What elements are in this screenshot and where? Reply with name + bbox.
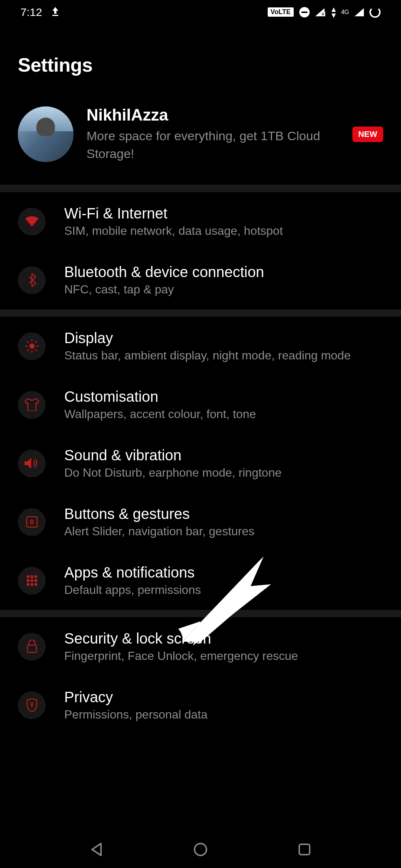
section-divider xyxy=(0,185,401,192)
svg-line-6 xyxy=(35,349,37,351)
header: Settings xyxy=(0,24,401,91)
upload-icon xyxy=(51,6,59,19)
navigation-bar xyxy=(0,831,401,868)
item-subtitle: Permissions, personal data xyxy=(64,708,383,721)
item-title: Privacy xyxy=(64,689,383,706)
item-subtitle: Wallpapers, accent colour, font, tone xyxy=(64,407,383,421)
new-badge: NEW xyxy=(352,126,383,142)
bluetooth-icon xyxy=(18,266,46,294)
item-subtitle: SIM, mobile network, data usage, hotspot xyxy=(64,224,383,238)
button-icon: B xyxy=(18,508,46,536)
item-subtitle: Status bar, ambient display, night mode,… xyxy=(64,349,383,362)
svg-rect-16 xyxy=(35,579,37,582)
item-text: Privacy Permissions, personal data xyxy=(64,689,383,721)
settings-item-wifi[interactable]: Wi-Fi & Internet SIM, mobile network, da… xyxy=(0,192,401,251)
nav-home-button[interactable] xyxy=(191,840,210,859)
data-arrows-icon: ▲▼ xyxy=(330,6,338,18)
item-subtitle: Do Not Disturb, earphone mode, ringtone xyxy=(64,466,383,480)
item-subtitle: Alert Slider, navigation bar, gestures xyxy=(64,525,383,538)
profile-text: NikhilAzza More space for everything, ge… xyxy=(87,106,334,162)
nav-back-button[interactable] xyxy=(87,840,106,859)
settings-item-bluetooth[interactable]: Bluetooth & device connection NFC, cast,… xyxy=(0,251,401,309)
item-text: Display Status bar, ambient display, nig… xyxy=(64,330,383,362)
item-title: Apps & notifications xyxy=(64,564,383,581)
settings-item-customisation[interactable]: Customisation Wallpapers, accent colour,… xyxy=(0,375,401,434)
item-title: Wi-Fi & Internet xyxy=(64,205,383,222)
item-subtitle: Default apps, permissions xyxy=(64,583,383,597)
item-text: Apps & notifications Default apps, permi… xyxy=(64,564,383,597)
status-bar-left: 7:12 xyxy=(20,6,59,19)
item-subtitle: Fingerprint, Face Unlock, emergency resc… xyxy=(64,649,383,663)
item-title: Bluetooth & device connection xyxy=(64,264,383,280)
status-time: 7:12 xyxy=(20,6,42,19)
svg-line-5 xyxy=(27,341,29,343)
svg-rect-14 xyxy=(27,579,29,582)
signal-4g-label: 4G xyxy=(341,9,349,16)
status-bar-right: VoLTE R ▲▼ 4G xyxy=(268,6,381,18)
settings-item-buttons[interactable]: B Buttons & gestures Alert Slider, navig… xyxy=(0,493,401,551)
settings-item-sound[interactable]: Sound & vibration Do Not Disturb, earpho… xyxy=(0,434,401,493)
svg-rect-11 xyxy=(27,575,29,578)
svg-point-21 xyxy=(31,703,33,705)
item-title: Sound & vibration xyxy=(64,447,383,464)
brightness-icon xyxy=(18,332,46,360)
wifi-icon xyxy=(18,208,46,236)
signal-icon-1: R xyxy=(315,8,325,16)
svg-rect-13 xyxy=(35,575,37,578)
item-text: Security & lock screen Fingerprint, Face… xyxy=(64,630,383,663)
status-bar: 7:12 VoLTE R ▲▼ 4G xyxy=(0,0,401,24)
item-title: Customisation xyxy=(64,388,383,405)
shield-icon xyxy=(18,691,46,719)
avatar xyxy=(18,106,74,162)
svg-point-24 xyxy=(195,844,206,855)
volte-badge: VoLTE xyxy=(268,7,294,17)
section-divider xyxy=(0,610,401,617)
profile-section[interactable]: NikhilAzza More space for everything, ge… xyxy=(0,91,401,185)
svg-rect-20 xyxy=(27,645,36,652)
nav-recent-button[interactable] xyxy=(295,840,314,859)
section-divider xyxy=(0,309,401,317)
profile-name: NikhilAzza xyxy=(87,106,334,124)
item-subtitle: NFC, cast, tap & pay xyxy=(64,283,383,296)
svg-text:B: B xyxy=(30,519,34,525)
settings-item-apps[interactable]: Apps & notifications Default apps, permi… xyxy=(0,551,401,610)
apps-icon xyxy=(18,567,46,595)
lock-icon xyxy=(18,633,46,661)
settings-item-privacy[interactable]: Privacy Permissions, personal data xyxy=(0,676,401,734)
item-title: Display xyxy=(64,330,383,346)
profile-subtitle: More space for everything, get 1TB Cloud… xyxy=(87,127,334,162)
svg-point-0 xyxy=(29,343,35,349)
svg-rect-17 xyxy=(27,583,29,586)
volume-icon xyxy=(18,450,46,477)
item-text: Buttons & gestures Alert Slider, navigat… xyxy=(64,506,383,538)
settings-item-security[interactable]: Security & lock screen Fingerprint, Face… xyxy=(0,617,401,676)
dnd-icon xyxy=(299,7,310,17)
svg-rect-12 xyxy=(30,575,33,578)
item-text: Bluetooth & device connection NFC, cast,… xyxy=(64,264,383,296)
item-text: Customisation Wallpapers, accent colour,… xyxy=(64,388,383,421)
item-text: Wi-Fi & Internet SIM, mobile network, da… xyxy=(64,205,383,238)
signal-icon-2 xyxy=(355,8,364,16)
svg-rect-25 xyxy=(299,844,310,855)
page-title: Settings xyxy=(18,54,383,76)
svg-line-7 xyxy=(27,349,29,351)
item-title: Buttons & gestures xyxy=(64,506,383,522)
shirt-icon xyxy=(18,391,46,419)
settings-item-display[interactable]: Display Status bar, ambient display, nig… xyxy=(0,317,401,375)
loading-spinner-icon xyxy=(369,7,381,18)
item-title: Security & lock screen xyxy=(64,630,383,647)
svg-line-8 xyxy=(35,341,37,343)
svg-rect-19 xyxy=(35,583,37,586)
item-text: Sound & vibration Do Not Disturb, earpho… xyxy=(64,447,383,480)
svg-rect-18 xyxy=(30,583,33,586)
svg-rect-15 xyxy=(30,579,33,582)
